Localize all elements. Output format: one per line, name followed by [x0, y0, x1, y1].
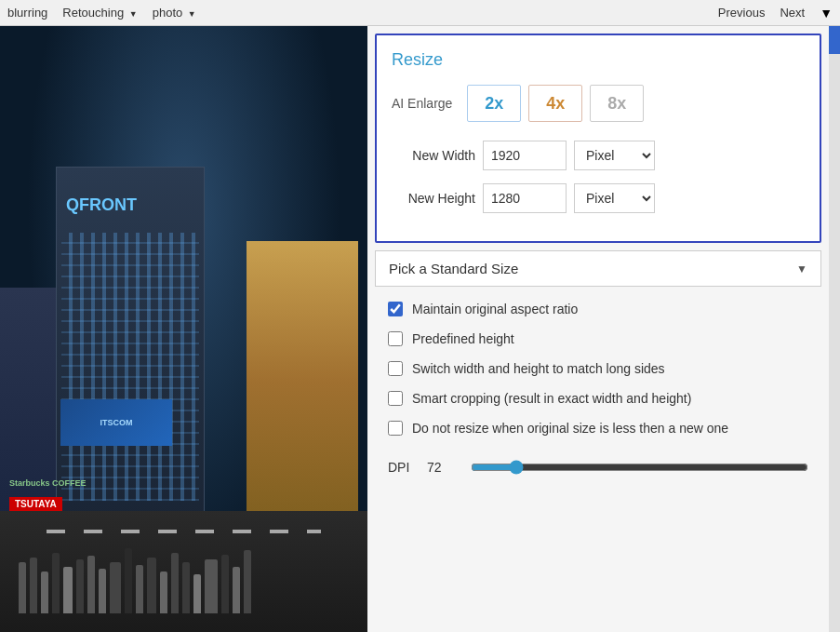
maintain-ratio-label: Maintain original aspect ratio: [412, 302, 578, 316]
toolbar-next-chevron-icon: ▼: [820, 6, 833, 20]
no-resize-checkbox[interactable]: [388, 421, 403, 436]
tsutaya-sign: TSUTAYA: [9, 497, 62, 511]
person: [63, 567, 73, 613]
enlarge-8x-button[interactable]: 8x: [590, 85, 644, 122]
blue-sign: ITSCOM: [60, 399, 172, 446]
toolbar-next[interactable]: Next: [780, 6, 805, 20]
ai-enlarge-row: AI Enlarge 2x 4x 8x: [392, 85, 805, 122]
checkbox-no-resize[interactable]: Do not resize when original size is less…: [388, 413, 808, 443]
retouching-chevron-icon: ▼: [129, 9, 138, 19]
checkbox-predefined-height[interactable]: Predefined height: [388, 324, 808, 354]
dpi-value: 72: [427, 460, 460, 475]
no-resize-label: Do not resize when original size is less…: [412, 421, 728, 436]
building-windows: [61, 233, 199, 501]
width-unit-select[interactable]: Pixel Percent Inch cm: [574, 141, 655, 170]
checkboxes-section: Maintain original aspect ratio Predefine…: [367, 287, 829, 450]
toolbar-photo[interactable]: photo ▼: [153, 6, 196, 20]
maintain-ratio-checkbox[interactable]: [388, 302, 403, 316]
enlarge-4x-button[interactable]: 4x: [528, 85, 582, 122]
person: [41, 571, 48, 613]
person: [76, 559, 84, 613]
height-row: New Height Pixel Percent Inch cm: [392, 183, 805, 213]
checkbox-switch-sides[interactable]: Switch width and height to match long si…: [388, 354, 808, 383]
standard-size-arrow-icon: ▼: [796, 262, 807, 276]
person: [52, 553, 60, 613]
standard-size-dropdown[interactable]: Pick a Standard Size ▼: [375, 250, 821, 287]
main-content: ITSCOM Starbucks COFFEE TSUTAYA: [0, 26, 840, 632]
width-input[interactable]: [483, 141, 567, 170]
person: [136, 565, 143, 613]
smart-cropping-label: Smart cropping (result in exact width an…: [412, 391, 691, 406]
photo-background: ITSCOM Starbucks COFFEE TSUTAYA: [0, 26, 367, 632]
new-width-label: New Width: [392, 148, 475, 163]
scrollbar[interactable]: [829, 26, 840, 632]
street: Starbucks COFFEE TSUTAYA: [0, 511, 367, 632]
person: [160, 571, 167, 613]
dpi-slider-container: [471, 458, 808, 477]
people-crowd: [19, 539, 349, 613]
checkbox-maintain-ratio[interactable]: Maintain original aspect ratio: [388, 294, 808, 324]
enlarge-2x-button[interactable]: 2x: [467, 85, 521, 122]
ai-enlarge-label: AI Enlarge: [392, 96, 452, 111]
person: [171, 553, 179, 613]
person: [19, 562, 26, 613]
new-height-label: New Height: [392, 191, 475, 206]
dpi-label: DPI: [388, 460, 416, 475]
person: [205, 559, 218, 613]
smart-cropping-checkbox[interactable]: [388, 391, 403, 406]
checkbox-smart-cropping[interactable]: Smart cropping (result in exact width an…: [388, 383, 808, 413]
height-unit-select[interactable]: Pixel Percent Inch cm: [574, 183, 655, 213]
starbucks-sign: Starbucks COFFEE: [9, 478, 87, 488]
resize-title: Resize: [392, 50, 805, 70]
person: [147, 558, 156, 613]
person: [87, 556, 95, 613]
person: [99, 569, 106, 613]
person: [125, 548, 132, 613]
itscom-label: ITSCOM: [100, 418, 133, 427]
dpi-row: DPI 72: [367, 450, 829, 484]
person: [233, 567, 240, 613]
resize-panel: Resize AI Enlarge 2x 4x 8x New Width Pix…: [375, 34, 821, 243]
photo-chevron-icon: ▼: [188, 9, 196, 19]
photo-area: ITSCOM Starbucks COFFEE TSUTAYA: [0, 26, 367, 632]
person: [110, 562, 121, 613]
city-scene: ITSCOM Starbucks COFFEE TSUTAYA: [0, 26, 367, 632]
toolbar-previous[interactable]: Previous: [718, 6, 766, 20]
person: [244, 550, 251, 613]
toolbar-retouching[interactable]: Retouching ▼: [62, 6, 137, 20]
person: [182, 562, 190, 613]
width-row: New Width Pixel Percent Inch cm: [392, 141, 805, 170]
toolbar: blurring Retouching ▼ photo ▼ Previous N…: [0, 0, 840, 26]
toolbar-blurring[interactable]: blurring: [7, 6, 47, 20]
scrollbar-thumb[interactable]: [829, 26, 840, 54]
person: [193, 574, 201, 613]
dpi-slider[interactable]: [471, 460, 808, 475]
person: [221, 555, 229, 613]
standard-size-label: Pick a Standard Size: [389, 261, 796, 276]
building-side: [247, 241, 358, 520]
person: [30, 558, 37, 613]
predefined-height-label: Predefined height: [412, 331, 514, 346]
predefined-height-checkbox[interactable]: [388, 331, 403, 346]
switch-sides-label: Switch width and height to match long si…: [412, 361, 665, 376]
building-main: [56, 167, 205, 520]
switch-sides-checkbox[interactable]: [388, 361, 403, 376]
street-lines: [47, 530, 321, 533]
right-panel: Resize AI Enlarge 2x 4x 8x New Width Pix…: [367, 26, 829, 632]
height-input[interactable]: [483, 183, 567, 213]
